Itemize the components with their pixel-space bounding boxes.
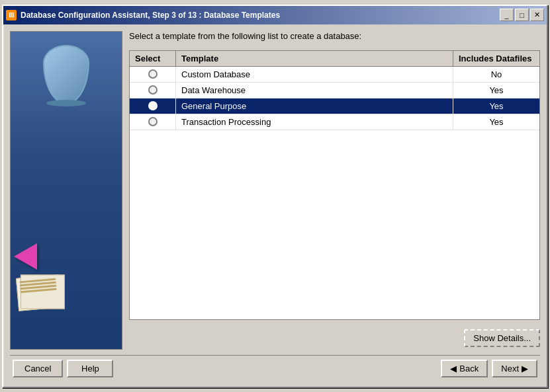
radio-data-warehouse[interactable] xyxy=(148,85,158,95)
template-name-warehouse[interactable]: Data Warehouse xyxy=(176,83,453,98)
datafiles-transaction: Yes xyxy=(453,114,539,130)
maximize-button[interactable]: □ xyxy=(515,9,529,21)
instruction-text: Select a template from the following lis… xyxy=(129,31,540,41)
radio-custom-db[interactable] xyxy=(148,69,158,79)
window-content: Select a template from the following lis… xyxy=(3,24,547,387)
left-panel xyxy=(10,31,122,350)
right-buttons: ◀ Back Next ▶ xyxy=(441,360,537,377)
radio-cell[interactable] xyxy=(130,114,176,130)
table-row[interactable]: Transaction Processing Yes xyxy=(130,114,539,130)
datafiles-warehouse: Yes xyxy=(453,83,539,98)
show-details-area: Show Details... xyxy=(129,327,540,350)
back-label: Back xyxy=(459,364,479,373)
next-button[interactable]: Next ▶ xyxy=(492,360,537,377)
template-table: Select Template Includes Datafiles Custo… xyxy=(129,50,540,320)
close-button[interactable]: ✕ xyxy=(530,9,544,21)
cancel-button[interactable]: Cancel xyxy=(13,360,63,377)
radio-general-purpose[interactable] xyxy=(148,101,158,110)
paper-1 xyxy=(16,274,62,311)
table-row[interactable]: Custom Database No xyxy=(130,67,539,83)
paper-stack xyxy=(17,276,60,309)
next-chevron-icon: ▶ xyxy=(522,364,528,373)
help-button[interactable]: Help xyxy=(67,360,113,377)
main-window: ⊞ Database Configuration Assistant, Step… xyxy=(2,5,548,388)
title-bar: ⊞ Database Configuration Assistant, Step… xyxy=(3,6,547,24)
window-title: Database Configuration Assistant, Step 3… xyxy=(21,11,496,20)
col-header-template: Template xyxy=(176,51,453,66)
table-body: Custom Database No Data Warehouse Yes xyxy=(130,67,539,130)
next-label: Next xyxy=(501,364,519,373)
template-name-general[interactable]: General Purpose xyxy=(176,98,453,114)
datafiles-custom: No xyxy=(453,67,539,82)
main-area: Select a template from the following lis… xyxy=(10,31,540,350)
title-bar-buttons: _ □ ✕ xyxy=(500,9,544,21)
table-row-selected[interactable]: General Purpose Yes xyxy=(130,98,539,114)
arrow-decoration xyxy=(14,243,37,270)
col-header-datafiles: Includes Datafiles xyxy=(453,51,539,66)
table-row[interactable]: Data Warehouse Yes xyxy=(130,83,539,98)
back-chevron-icon: ◀ xyxy=(450,364,457,373)
datafiles-general: Yes xyxy=(453,98,539,114)
table-header: Select Template Includes Datafiles xyxy=(130,51,539,67)
radio-cell[interactable] xyxy=(130,83,176,98)
bottom-bar: Cancel Help ◀ Back Next ▶ xyxy=(10,355,540,380)
col-header-select: Select xyxy=(130,51,176,66)
radio-cell-selected[interactable] xyxy=(130,98,176,114)
radio-transaction[interactable] xyxy=(148,117,158,126)
template-name-custom[interactable]: Custom Database xyxy=(176,67,453,82)
left-buttons: Cancel Help xyxy=(13,360,113,377)
window-icon: ⊞ xyxy=(6,10,17,20)
right-panel: Select a template from the following lis… xyxy=(129,31,540,350)
show-details-button[interactable]: Show Details... xyxy=(464,329,540,347)
template-name-transaction[interactable]: Transaction Processing xyxy=(176,114,453,130)
back-button[interactable]: ◀ Back xyxy=(441,360,488,377)
cylinder-decoration xyxy=(43,45,89,104)
minimize-button[interactable]: _ xyxy=(500,9,514,21)
radio-cell[interactable] xyxy=(130,67,176,82)
